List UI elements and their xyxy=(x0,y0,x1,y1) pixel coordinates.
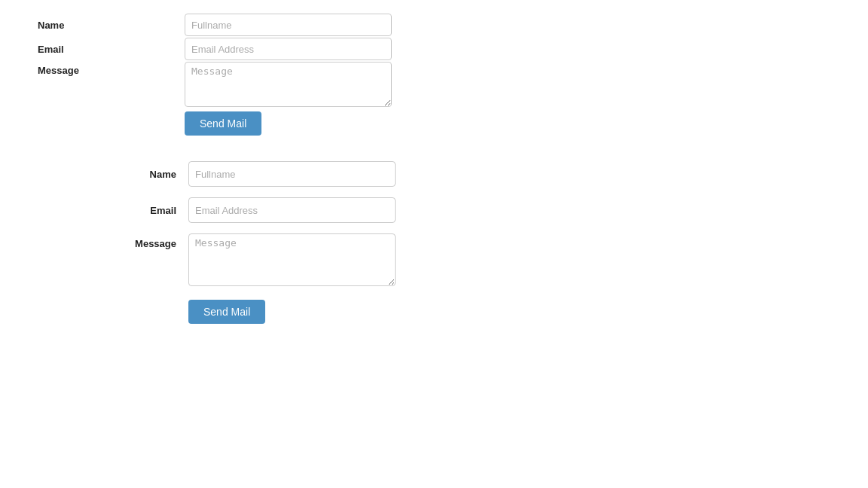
message-label-2: Message xyxy=(90,233,188,249)
email-label-2: Email xyxy=(90,205,188,216)
button-row-1: Send Mail xyxy=(185,111,429,136)
message-label-1: Message xyxy=(38,62,185,76)
name-input-2[interactable] xyxy=(188,161,396,187)
form-row-message-2: Message xyxy=(90,233,482,286)
message-textarea-1[interactable] xyxy=(185,62,392,107)
form-row-name-1: Name xyxy=(38,14,429,36)
page-container: Name Email Message Send Mail Name Email … xyxy=(0,0,868,331)
email-label-1: Email xyxy=(38,44,185,55)
send-button-2[interactable]: Send Mail xyxy=(188,300,265,324)
form-row-email-1: Email xyxy=(38,38,429,60)
email-input-1[interactable] xyxy=(185,38,392,60)
message-textarea-2[interactable] xyxy=(188,233,396,286)
form-row-email-2: Email xyxy=(90,197,482,223)
email-input-2[interactable] xyxy=(188,197,396,223)
form-row-message-1: Message xyxy=(38,62,429,107)
button-row-2: Send Mail xyxy=(188,300,482,324)
name-input-1[interactable] xyxy=(185,14,392,36)
form-row-name-2: Name xyxy=(90,161,482,187)
send-button-1[interactable]: Send Mail xyxy=(185,111,261,136)
form-compact: Name Email Message Send Mail xyxy=(38,14,429,139)
name-label-2: Name xyxy=(90,169,188,180)
name-label-1: Name xyxy=(38,20,185,31)
form-spaced: Name Email Message Send Mail xyxy=(90,161,482,324)
